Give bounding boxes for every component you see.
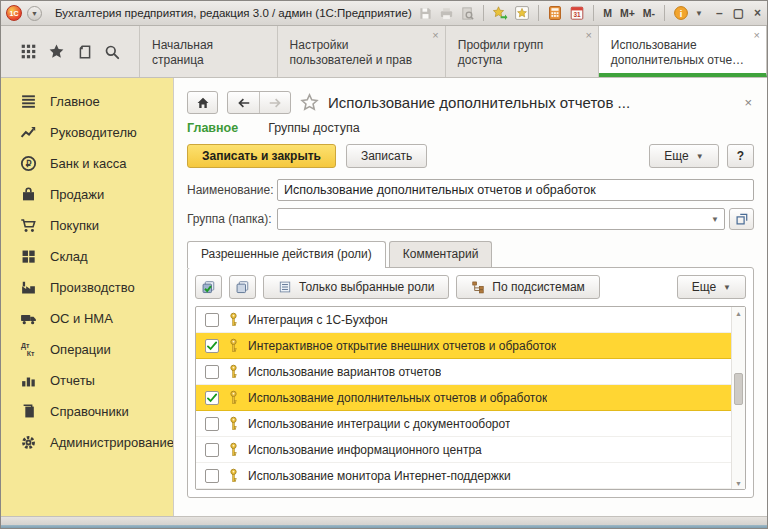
home-button[interactable]: [187, 91, 218, 114]
help-button[interactable]: ?: [727, 144, 754, 168]
tab-allowed-actions[interactable]: Разрешенные действия (роли): [187, 241, 386, 268]
by-subsystems-button[interactable]: По подсистемам: [456, 275, 599, 299]
sidebar-item-dtkt[interactable]: Операции: [1, 334, 173, 365]
maximize-button[interactable]: ▢: [733, 7, 744, 19]
role-row-3[interactable]: Использование дополнительных отчетов и о…: [196, 385, 731, 411]
app-tab-0[interactable]: Начальная страница: [139, 26, 278, 77]
uncheck-all-button[interactable]: [229, 275, 256, 299]
role-row-4[interactable]: Использование интеграции с документообор…: [196, 411, 731, 437]
role-row-2[interactable]: Использование вариантов отчетов: [196, 359, 731, 385]
save-button[interactable]: Записать: [346, 144, 427, 168]
app-tab-label: Профили групп доступа: [458, 38, 578, 68]
tab-close-icon[interactable]: ×: [432, 30, 438, 41]
back-button[interactable]: [228, 92, 259, 113]
window-menu-chevron-icon[interactable]: ▼: [27, 6, 42, 21]
sidebar-item-book[interactable]: Справочники: [1, 396, 173, 427]
memory-m-plus-button[interactable]: M+: [619, 7, 636, 19]
sidebar-item-menu[interactable]: Главное: [1, 86, 173, 117]
sidebar-item-cart[interactable]: Покупки: [1, 210, 173, 241]
info-dropdown-icon[interactable]: ▼: [695, 9, 703, 18]
history-icon[interactable]: [77, 44, 93, 60]
scrollbar-thumb[interactable]: [734, 373, 743, 405]
close-window-button[interactable]: ×: [754, 7, 761, 19]
print-icon[interactable]: [439, 6, 454, 21]
breadcrumb-glavnoe-link[interactable]: Главное: [187, 121, 238, 135]
gear-icon: [20, 434, 37, 451]
checkbox-unchecked[interactable]: [205, 469, 219, 483]
role-row-0[interactable]: Интеграция с 1С-Бухфон: [196, 307, 731, 333]
calendar-icon[interactable]: [569, 5, 585, 21]
sidebar-item-grid[interactable]: Склад: [1, 241, 173, 272]
sidebar-item-trend[interactable]: Руководителю: [1, 117, 173, 148]
checkbox-unchecked[interactable]: [205, 313, 219, 327]
app-tab-label: Использование дополнительных отче…: [611, 38, 746, 68]
roles-rows: Интеграция с 1С-БухфонИнтерактивное откр…: [196, 307, 731, 489]
divider: [593, 5, 594, 21]
sidebar: ГлавноеРуководителюБанк и кассаПродажиПо…: [1, 78, 173, 516]
sidebar-item-label: Администрирование: [50, 435, 173, 450]
group-field[interactable]: [277, 208, 725, 230]
window-controls: – ▢ ×: [716, 7, 761, 19]
tab-comment[interactable]: Комментарий: [389, 241, 493, 267]
info-icon[interactable]: [673, 5, 689, 21]
selected-roles-only-button[interactable]: Только выбранные роли: [263, 275, 449, 299]
save-icon[interactable]: [418, 6, 433, 21]
checkbox-unchecked[interactable]: [205, 443, 219, 457]
status-bar: [1, 516, 767, 525]
sidebar-item-factory[interactable]: Производство: [1, 272, 173, 303]
checkbox-unchecked[interactable]: [205, 417, 219, 431]
memory-m-minus-button[interactable]: M-: [642, 7, 656, 19]
role-row-1[interactable]: Интерактивное открытие внешних отчетов и…: [196, 333, 731, 359]
role-label: Использование вариантов отчетов: [248, 365, 441, 379]
sidebar-item-bag[interactable]: Продажи: [1, 179, 173, 210]
name-field[interactable]: [277, 179, 754, 201]
tab-close-icon[interactable]: ×: [585, 30, 591, 41]
roles-more-button[interactable]: Еще▼: [677, 275, 746, 299]
chevron-down-icon: ▼: [696, 152, 704, 161]
role-row-5[interactable]: Использование информационного центра: [196, 437, 731, 463]
combo-dropdown-icon[interactable]: ▼: [711, 215, 719, 224]
minimize-button[interactable]: –: [716, 7, 723, 19]
1c-logo-icon[interactable]: 1С: [6, 5, 22, 21]
role-row-6[interactable]: Использование монитора Интернет-поддержк…: [196, 463, 731, 489]
app-tab-3[interactable]: Использование дополнительных отче…×: [599, 26, 767, 77]
breadcrumb-access-groups-link[interactable]: Группы доступа: [268, 121, 359, 135]
favorites-icon[interactable]: [514, 5, 530, 21]
checkbox-checked[interactable]: [205, 339, 219, 353]
checkmark-icon: [206, 340, 218, 352]
group-open-button[interactable]: [729, 208, 754, 230]
name-field-label: Наименование:: [187, 183, 277, 197]
vertical-scrollbar[interactable]: ▲ ▼: [731, 307, 745, 489]
sidebar-item-truck[interactable]: ОС и НМА: [1, 303, 173, 334]
checkbox-checked[interactable]: [205, 391, 219, 405]
favorites-star-icon[interactable]: [48, 43, 65, 60]
sidebar-item-gear[interactable]: Администрирование: [1, 427, 173, 458]
print-preview-icon[interactable]: [460, 6, 475, 21]
calculator-icon[interactable]: [547, 5, 563, 21]
checkbox-unchecked[interactable]: [205, 365, 219, 379]
roles-list: Интеграция с 1С-БухфонИнтерактивное откр…: [195, 306, 746, 490]
more-button[interactable]: Еще▼: [649, 144, 718, 168]
add-to-favorites-icon[interactable]: [492, 5, 508, 21]
sidebar-item-label: Операции: [50, 342, 111, 357]
app-tab-1[interactable]: Настройки пользователей и прав×: [278, 26, 446, 77]
favorite-star-icon[interactable]: [300, 93, 319, 112]
check-all-button[interactable]: [195, 275, 222, 299]
app-tab-2[interactable]: Профили групп доступа×: [446, 26, 599, 77]
sidebar-item-chart[interactable]: Отчеты: [1, 365, 173, 396]
uncheck-all-icon: [235, 280, 250, 295]
search-icon[interactable]: [104, 44, 120, 60]
ruble-icon: [20, 155, 37, 172]
close-form-icon[interactable]: ×: [742, 95, 754, 110]
scroll-down-icon[interactable]: ▼: [732, 477, 745, 489]
tab-close-icon[interactable]: ×: [754, 30, 760, 41]
group-field-row: Группа (папка): ▼: [187, 208, 754, 230]
memory-m-button[interactable]: M: [602, 7, 613, 19]
sidebar-item-ruble[interactable]: Банк и касса: [1, 148, 173, 179]
forward-button[interactable]: [259, 92, 290, 113]
scroll-up-icon[interactable]: ▲: [732, 307, 745, 319]
titlebar-toolbar: M M+ M- ▼: [418, 5, 703, 21]
chart-icon: [20, 372, 37, 389]
sections-menu-icon[interactable]: [20, 43, 37, 60]
save-and-close-button[interactable]: Записать и закрыть: [187, 144, 336, 168]
